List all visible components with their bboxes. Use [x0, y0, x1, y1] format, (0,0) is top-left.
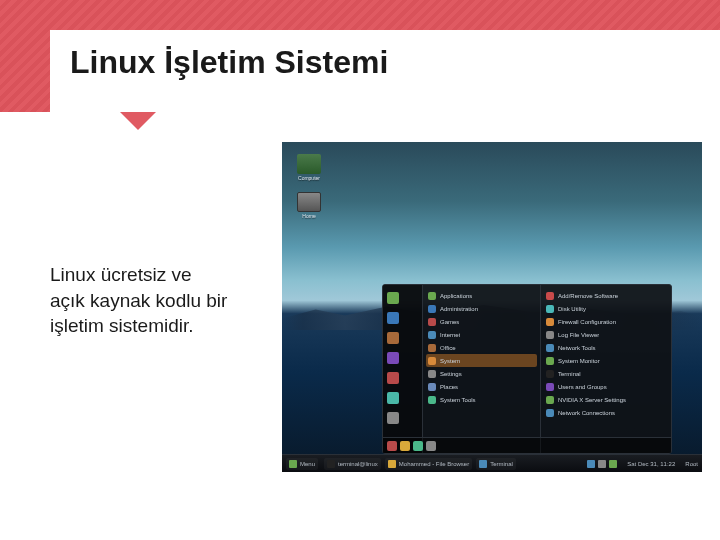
menu-category-icon[interactable] [385, 349, 420, 367]
linux-screenshot: Computer Home ApplicationsAdministration… [282, 142, 702, 472]
category-icon [428, 383, 436, 391]
menu-category-item[interactable]: Applications [426, 289, 537, 302]
category-label: Administration [440, 306, 478, 312]
app-label: Firewall Configuration [558, 319, 616, 325]
window-label: Mohammed - File Browser [399, 461, 469, 467]
menu-category-item[interactable]: Places [426, 380, 537, 393]
desktop-icon-label: Home [292, 214, 326, 220]
tray-icon[interactable] [609, 460, 617, 468]
menu-app-item[interactable]: Network Tools [544, 341, 668, 354]
taskbar: Menu terminal@linuxMohammed - File Brows… [282, 454, 702, 472]
app-label: Network Connections [558, 410, 615, 416]
menu-bottom-bar [383, 437, 671, 453]
title-box: Linux İşletim Sistemi [50, 30, 720, 112]
category-icon [428, 292, 436, 300]
body-text: Linux ücretsiz ve açık kaynak kodlu bir … [0, 112, 260, 540]
menu-bottom-icon[interactable] [413, 441, 423, 451]
category-label: Places [440, 384, 458, 390]
category-icon [428, 344, 436, 352]
slide-header: Linux İşletim Sistemi [0, 0, 720, 112]
app-label: System Monitor [558, 358, 600, 364]
taskbar-user: Root [685, 461, 698, 467]
taskbar-window-item[interactable]: Mohammed - File Browser [385, 458, 472, 470]
category-icon [428, 331, 436, 339]
slide-title: Linux İşletim Sistemi [70, 44, 700, 81]
menu-app-item[interactable]: Users and Groups [544, 380, 668, 393]
taskbar-window-item[interactable]: Terminal [476, 458, 516, 470]
app-label: Network Tools [558, 345, 596, 351]
computer-icon [297, 154, 321, 174]
menu-bottom-icon[interactable] [400, 441, 410, 451]
home-icon [297, 192, 321, 212]
app-label: Log File Viewer [558, 332, 599, 338]
app-label: Terminal [558, 371, 581, 377]
menu-category-item[interactable]: Administration [426, 302, 537, 315]
app-label: Add/Remove Software [558, 293, 618, 299]
category-label: Office [440, 345, 456, 351]
menu-category-icon[interactable] [385, 329, 420, 347]
menu-category-item[interactable]: Office [426, 341, 537, 354]
menu-category-icon[interactable] [385, 369, 420, 387]
category-label: System [440, 358, 460, 364]
menu-category-icon[interactable] [385, 289, 420, 307]
category-icon [428, 370, 436, 378]
menu-category-item[interactable]: System Tools [426, 393, 537, 406]
window-icon [327, 460, 335, 468]
app-icon [546, 331, 554, 339]
app-label: NVIDIA X Server Settings [558, 397, 626, 403]
window-icon [479, 460, 487, 468]
app-icon [546, 357, 554, 365]
menu-app-list: Add/Remove SoftwareDisk UtilityFirewall … [541, 285, 671, 453]
app-icon [546, 292, 554, 300]
category-label: Games [440, 319, 459, 325]
menu-app-item[interactable]: Terminal [544, 367, 668, 380]
menu-category-icon[interactable] [385, 409, 420, 427]
menu-app-item[interactable]: System Monitor [544, 354, 668, 367]
menu-app-item[interactable]: Firewall Configuration [544, 315, 668, 328]
menu-category-icon[interactable] [385, 309, 420, 327]
taskbar-window-item[interactable]: terminal@linux [324, 458, 381, 470]
app-icon [546, 344, 554, 352]
menu-app-item[interactable]: Add/Remove Software [544, 289, 668, 302]
desktop-icon-computer[interactable]: Computer [292, 154, 326, 182]
app-label: Users and Groups [558, 384, 607, 390]
window-label: terminal@linux [338, 461, 378, 467]
menu-category-strip [383, 285, 423, 453]
menu-app-item[interactable]: NVIDIA X Server Settings [544, 393, 668, 406]
category-icon [428, 305, 436, 313]
menu-app-item[interactable]: Disk Utility [544, 302, 668, 315]
app-icon [546, 305, 554, 313]
tray-icon[interactable] [598, 460, 606, 468]
app-label: Disk Utility [558, 306, 586, 312]
menu-category-item[interactable]: Internet [426, 328, 537, 341]
app-icon [546, 396, 554, 404]
menu-category-item[interactable]: Games [426, 315, 537, 328]
window-label: Terminal [490, 461, 513, 467]
menu-category-icon[interactable] [385, 389, 420, 407]
menu-category-item[interactable]: Settings [426, 367, 537, 380]
system-tray [587, 460, 617, 468]
window-icon [388, 460, 396, 468]
category-label: Applications [440, 293, 472, 299]
menu-category-item[interactable]: System [426, 354, 537, 367]
desktop-icon-home[interactable]: Home [292, 192, 326, 220]
taskbar-items: terminal@linuxMohammed - File BrowserTer… [324, 458, 516, 470]
menu-icon [289, 460, 297, 468]
menu-category-list: ApplicationsAdministrationGamesInternetO… [423, 285, 541, 453]
menu-app-item[interactable]: Log File Viewer [544, 328, 668, 341]
menu-bottom-icon[interactable] [387, 441, 397, 451]
app-icon [546, 318, 554, 326]
taskbar-clock: Sat Dec 31, 11:22 [627, 461, 675, 467]
header-notch-icon [120, 112, 156, 130]
desktop-icon-label: Computer [292, 176, 326, 182]
category-label: System Tools [440, 397, 476, 403]
menu-bottom-icon[interactable] [426, 441, 436, 451]
start-label: Menu [300, 461, 315, 467]
menu-app-item[interactable]: Network Connections [544, 406, 668, 419]
category-icon [428, 396, 436, 404]
start-menu[interactable]: ApplicationsAdministrationGamesInternetO… [382, 284, 672, 454]
tray-icon[interactable] [587, 460, 595, 468]
start-button[interactable]: Menu [286, 458, 318, 470]
category-icon [428, 357, 436, 365]
app-icon [546, 383, 554, 391]
